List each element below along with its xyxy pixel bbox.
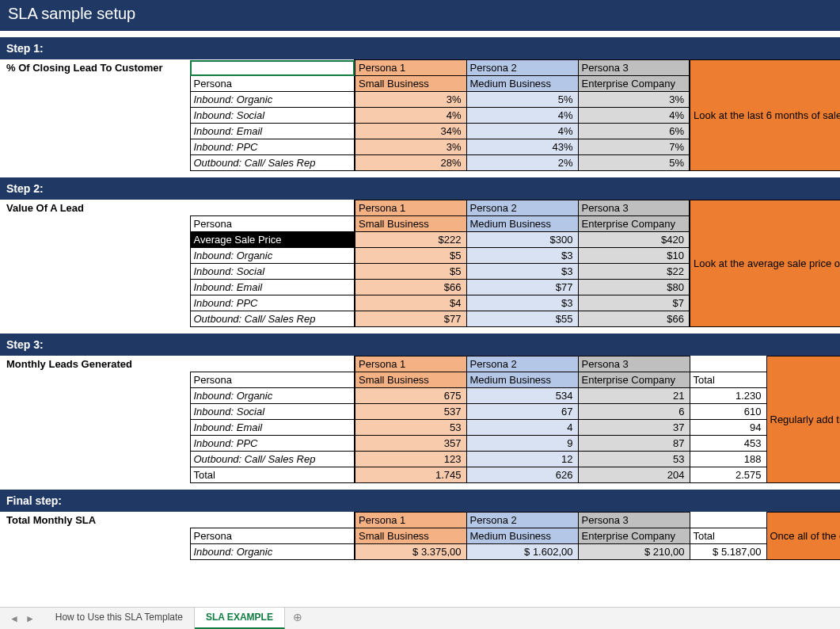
row-label[interactable]: Inbound: Organic	[190, 248, 355, 264]
cell[interactable]: 4%	[466, 124, 578, 139]
persona2-header[interactable]: Persona 2	[466, 60, 578, 76]
row-total[interactable]: Total	[190, 467, 355, 483]
empty-cell[interactable]	[690, 513, 766, 528]
cell[interactable]: 534	[466, 388, 578, 404]
cell[interactable]: 610	[690, 404, 766, 420]
cell[interactable]: 675	[355, 388, 466, 404]
persona2-header[interactable]: Persona 2	[466, 200, 578, 216]
empty-cell[interactable]	[190, 356, 355, 372]
row-label[interactable]: Inbound: Organic	[190, 388, 355, 404]
cell[interactable]: 7%	[578, 139, 690, 155]
persona3-header[interactable]: Persona 3	[578, 356, 690, 372]
cell[interactable]: $7	[578, 295, 690, 311]
cell[interactable]: 204	[578, 467, 690, 483]
cell[interactable]: 1.745	[355, 467, 466, 483]
persona3-name[interactable]: Enterprise Company	[578, 372, 690, 388]
cell[interactable]: $77	[466, 280, 578, 295]
row-persona[interactable]: Persona	[190, 528, 355, 544]
cell[interactable]: 12	[466, 452, 578, 467]
persona3-header[interactable]: Persona 3	[578, 60, 690, 76]
cell[interactable]: 94	[690, 420, 766, 436]
cell[interactable]: $3	[466, 248, 578, 264]
row-label[interactable]: Inbound: PPC	[190, 139, 355, 155]
cell[interactable]: $420	[578, 232, 690, 248]
cell[interactable]: 453	[690, 436, 766, 452]
cell[interactable]: $77	[355, 311, 466, 327]
empty-cell[interactable]	[190, 200, 355, 216]
row-label[interactable]: Inbound: Social	[190, 404, 355, 420]
cell[interactable]: 537	[355, 404, 466, 420]
cell[interactable]: 9	[466, 436, 578, 452]
cell[interactable]: 53	[578, 452, 690, 467]
cell[interactable]: 3%	[355, 139, 466, 155]
empty-cell[interactable]	[690, 356, 766, 372]
cell[interactable]: 1.230	[690, 388, 766, 404]
row-persona[interactable]: Persona	[190, 76, 355, 92]
cell[interactable]: $4	[355, 295, 466, 311]
cell[interactable]: 28%	[355, 155, 466, 171]
selected-cell[interactable]	[190, 60, 355, 76]
total-header[interactable]: Total	[690, 528, 766, 544]
persona1-name[interactable]: Small Business	[355, 76, 466, 92]
row-label[interactable]: Inbound: Email	[190, 420, 355, 436]
cell[interactable]: $ 5.187,00	[690, 544, 766, 560]
cell[interactable]: $66	[355, 280, 466, 295]
row-label[interactable]: Inbound: Organic	[190, 544, 355, 560]
cell[interactable]: 188	[690, 452, 766, 467]
cell[interactable]: 3%	[578, 92, 690, 108]
cell[interactable]: 4	[466, 420, 578, 436]
persona3-header[interactable]: Persona 3	[578, 200, 690, 216]
cell[interactable]: $3	[466, 264, 578, 280]
cell[interactable]: $300	[466, 232, 578, 248]
cell[interactable]: 5%	[578, 155, 690, 171]
persona1-header[interactable]: Persona 1	[355, 356, 466, 372]
cell[interactable]: $ 1.602,00	[466, 544, 578, 560]
cell[interactable]: 37	[578, 420, 690, 436]
cell[interactable]: $66	[578, 311, 690, 327]
row-persona[interactable]: Persona	[190, 216, 355, 232]
cell[interactable]: $80	[578, 280, 690, 295]
persona1-name[interactable]: Small Business	[355, 216, 466, 232]
persona2-header[interactable]: Persona 2	[466, 356, 578, 372]
persona1-name[interactable]: Small Business	[355, 372, 466, 388]
persona2-name[interactable]: Medium Business	[466, 372, 578, 388]
row-persona[interactable]: Persona	[190, 372, 355, 388]
cell[interactable]: $22	[578, 264, 690, 280]
persona2-name[interactable]: Medium Business	[466, 76, 578, 92]
cell[interactable]: 5%	[466, 92, 578, 108]
cell[interactable]: $10	[578, 248, 690, 264]
cell[interactable]: 21	[578, 388, 690, 404]
cell[interactable]: 6%	[578, 124, 690, 139]
cell[interactable]: $5	[355, 264, 466, 280]
cell[interactable]: 2%	[466, 155, 578, 171]
cell[interactable]: 123	[355, 452, 466, 467]
cell[interactable]: 626	[466, 467, 578, 483]
cell[interactable]: 43%	[466, 139, 578, 155]
persona2-header[interactable]: Persona 2	[466, 513, 578, 528]
row-label[interactable]: Inbound: Social	[190, 264, 355, 280]
cell[interactable]: 34%	[355, 124, 466, 139]
row-label[interactable]: Outbound: Call/ Sales Rep	[190, 452, 355, 467]
cell[interactable]: $3	[466, 295, 578, 311]
cell[interactable]: 67	[466, 404, 578, 420]
row-avg[interactable]: Average Sale Price	[190, 232, 355, 248]
cell[interactable]: 4%	[466, 108, 578, 124]
cell[interactable]: 2.575	[690, 467, 766, 483]
persona3-header[interactable]: Persona 3	[578, 513, 690, 528]
cell[interactable]: 4%	[355, 108, 466, 124]
cell[interactable]: 53	[355, 420, 466, 436]
persona1-header[interactable]: Persona 1	[355, 60, 466, 76]
row-label[interactable]: Inbound: Social	[190, 108, 355, 124]
persona1-header[interactable]: Persona 1	[355, 200, 466, 216]
persona3-name[interactable]: Enterprise Company	[578, 216, 690, 232]
persona1-header[interactable]: Persona 1	[355, 513, 466, 528]
persona3-name[interactable]: Enterprise Company	[578, 528, 690, 544]
cell[interactable]: 4%	[578, 108, 690, 124]
row-label[interactable]: Outbound: Call/ Sales Rep	[190, 155, 355, 171]
persona2-name[interactable]: Medium Business	[466, 528, 578, 544]
cell[interactable]: 357	[355, 436, 466, 452]
cell[interactable]: $222	[355, 232, 466, 248]
persona3-name[interactable]: Enterprise Company	[578, 76, 690, 92]
row-label[interactable]: Inbound: Email	[190, 280, 355, 295]
total-header[interactable]: Total	[690, 372, 766, 388]
